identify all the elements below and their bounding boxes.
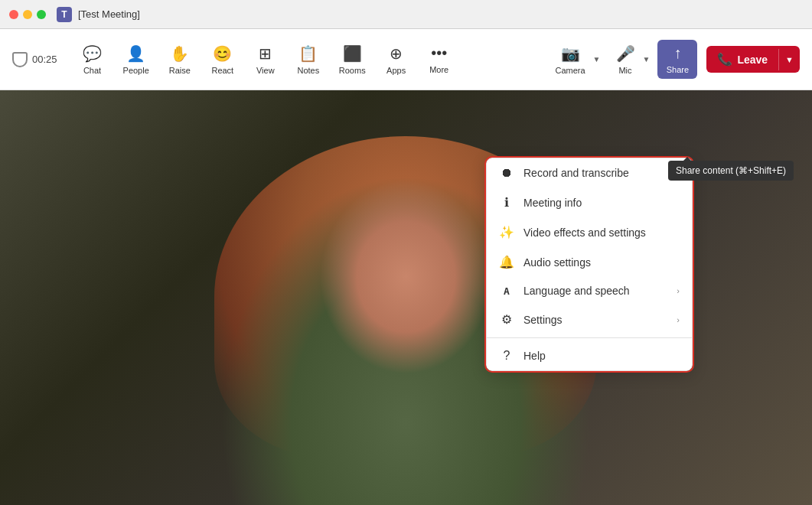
meeting-info-label: Meeting info <box>523 197 680 209</box>
audio-settings-label: Audio settings <box>523 256 680 269</box>
view-label: View <box>256 66 275 75</box>
audio-settings-menu-item[interactable]: 🔔 Audio settings <box>487 247 692 277</box>
video-effects-label: Video effects and settings <box>523 226 680 239</box>
leave-group: 📞 Leave ▼ <box>706 46 800 73</box>
mic-button[interactable]: 🎤 Mic <box>611 44 640 75</box>
language-chevron-icon: › <box>677 286 680 295</box>
video-effects-icon: ✨ <box>499 225 514 239</box>
apps-icon: ⊕ <box>390 44 403 63</box>
more-label: More <box>429 65 448 74</box>
camera-label: Camera <box>555 66 585 75</box>
people-button[interactable]: 👤 People <box>116 40 157 80</box>
leave-phone-icon: 📞 <box>717 52 732 67</box>
leave-chevron-button[interactable]: ▼ <box>778 49 800 70</box>
shield-icon <box>12 52 28 67</box>
traffic-lights <box>9 10 46 19</box>
teams-logo: T <box>57 7 72 22</box>
call-timer: 00:25 <box>12 52 57 67</box>
language-speech-menu-item[interactable]: A Language and speech › <box>487 277 692 305</box>
leave-button[interactable]: 📞 Leave <box>706 46 778 73</box>
maximize-button[interactable] <box>37 10 46 19</box>
close-button[interactable] <box>9 10 18 19</box>
settings-icon: ⚙ <box>499 312 514 327</box>
notes-icon: 📋 <box>298 44 318 63</box>
share-label: Share <box>667 65 689 74</box>
more-button[interactable]: ••• More <box>419 40 459 79</box>
mic-icon: 🎤 <box>616 44 635 63</box>
chat-label: Chat <box>83 66 101 75</box>
video-effects-menu-item[interactable]: ✨ Video effects and settings <box>487 217 692 247</box>
record-label: Record and transcribe <box>523 167 667 179</box>
react-label: React <box>211 66 233 75</box>
chat-icon: 💬 <box>83 44 102 63</box>
meeting-info-menu-item[interactable]: ℹ Meeting info <box>487 187 692 217</box>
record-transcribe-menu-item[interactable]: ⏺ Record and transcribe › <box>487 158 692 187</box>
info-icon: ℹ <box>499 195 514 210</box>
raise-icon: ✋ <box>170 44 189 63</box>
leave-label: Leave <box>737 54 768 66</box>
share-icon: ↑ <box>673 44 681 62</box>
chat-button[interactable]: 💬 Chat <box>73 40 113 80</box>
language-icon: A <box>499 285 514 297</box>
react-icon: 😊 <box>213 44 232 63</box>
help-label: Help <box>523 350 680 362</box>
apps-label: Apps <box>386 66 406 75</box>
settings-menu-item[interactable]: ⚙ Settings › <box>487 305 692 334</box>
people-label: People <box>123 66 149 75</box>
camera-group: 📷 Camera ▼ <box>547 40 605 80</box>
minimize-button[interactable] <box>23 10 32 19</box>
more-dropdown-menu: ⏺ Record and transcribe › ℹ Meeting info… <box>486 158 693 371</box>
record-icon: ⏺ <box>499 166 514 180</box>
raise-button[interactable]: ✋ Raise <box>160 40 200 80</box>
help-icon: ? <box>499 349 514 363</box>
main-video-area: ⏺ Record and transcribe › ℹ Meeting info… <box>0 90 812 505</box>
people-icon: 👤 <box>126 44 145 63</box>
rooms-button[interactable]: ⬛ Rooms <box>331 40 373 80</box>
tooltip-text: Share content (⌘+Shift+E) <box>676 165 786 176</box>
window-title: [Test Meeting] <box>78 8 140 20</box>
mic-group: 🎤 Mic ▼ <box>608 40 655 80</box>
react-button[interactable]: 😊 React <box>203 40 243 80</box>
toolbar: 00:25 💬 Chat 👤 People ✋ Raise 😊 React ⊞ … <box>0 29 812 90</box>
audio-settings-icon: 🔔 <box>499 255 514 269</box>
help-menu-item[interactable]: ? Help <box>487 341 692 370</box>
camera-button[interactable]: 📷 Camera <box>550 44 589 75</box>
rooms-icon: ⬛ <box>343 44 362 63</box>
menu-divider <box>487 337 692 338</box>
mic-label: Mic <box>618 66 631 75</box>
share-button[interactable]: ↑ Share <box>657 40 697 79</box>
title-bar: T [Test Meeting] <box>0 0 812 29</box>
camera-icon: 📷 <box>561 44 580 63</box>
camera-chevron-button[interactable]: ▼ <box>592 54 602 65</box>
view-icon: ⊞ <box>259 44 272 63</box>
settings-label: Settings <box>523 314 667 326</box>
language-label: Language and speech <box>523 285 667 297</box>
share-tooltip: Share content (⌘+Shift+E) <box>668 161 794 181</box>
notes-button[interactable]: 📋 Notes <box>289 40 328 80</box>
raise-label: Raise <box>169 66 191 75</box>
rooms-label: Rooms <box>339 66 366 75</box>
apps-button[interactable]: ⊕ Apps <box>377 40 416 80</box>
settings-chevron-icon: › <box>677 315 680 324</box>
view-button[interactable]: ⊞ View <box>246 40 285 80</box>
timer-value: 00:25 <box>32 54 57 65</box>
notes-label: Notes <box>297 66 319 75</box>
mic-chevron-button[interactable]: ▼ <box>641 54 652 65</box>
more-icon: ••• <box>431 44 447 62</box>
